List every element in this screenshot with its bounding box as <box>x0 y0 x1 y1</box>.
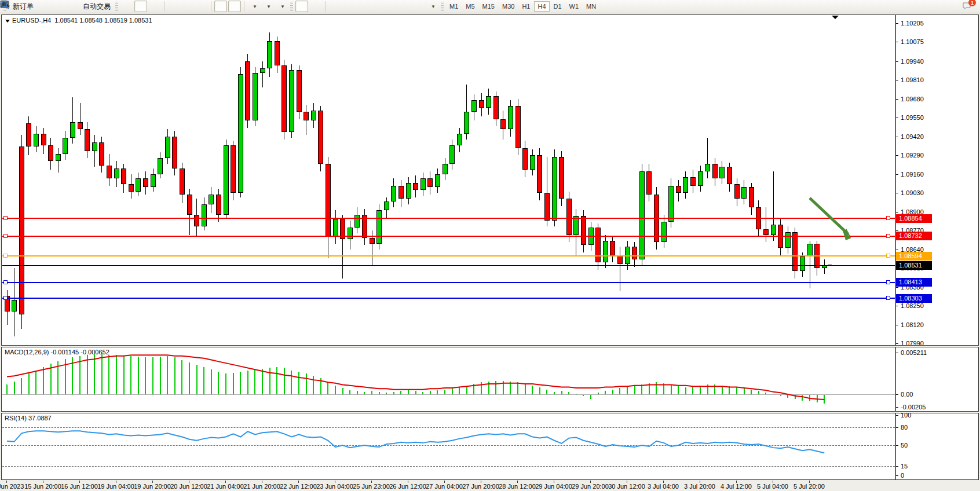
crosshair-button[interactable] <box>309 1 322 12</box>
main-toolbar: 新订单 自动交易 <box>0 0 980 13</box>
macd-tick-label: 0.00 <box>901 391 913 398</box>
price-tick <box>896 42 898 42</box>
rsi-tick-label: 80 <box>901 424 908 431</box>
indicators-button[interactable]: ▼ <box>247 1 260 12</box>
price-tick-label: 1.09030 <box>901 189 924 196</box>
price-tick-label: 1.09680 <box>901 96 924 102</box>
macd-axis[interactable]: 0.0052110.00-0.00205 <box>895 347 978 411</box>
toolbar-grip[interactable] <box>115 2 118 11</box>
rsi-label: RSI(14) 37.0887 <box>5 415 52 422</box>
rsi-tick <box>896 415 898 416</box>
price-axis[interactable]: 1.102051.100751.099401.098101.096801.095… <box>895 15 978 345</box>
price-tick <box>896 287 898 288</box>
candlestick-plot-area[interactable] <box>2 15 895 345</box>
new-order-label: 新订单 <box>13 2 34 12</box>
rsi-tick-label: 50 <box>901 442 908 449</box>
rsi-plot-area[interactable] <box>2 413 895 479</box>
line-price-badge: 1.08303 <box>896 294 932 303</box>
timeframe-m1-button[interactable]: M1 <box>446 1 462 12</box>
rsi-tick-label: 0 <box>901 472 904 479</box>
toolbar-separator <box>244 1 244 12</box>
line-price-badge: 1.08594 <box>896 252 932 261</box>
toolbar-grip[interactable] <box>441 2 444 11</box>
cursor-button[interactable] <box>295 1 308 12</box>
tile-windows-button[interactable] <box>195 1 208 12</box>
timeframe-w1-button[interactable]: W1 <box>566 1 583 12</box>
rsi-line <box>2 413 895 479</box>
notification-count-badge: 1 <box>968 0 976 6</box>
price-tick <box>896 23 898 24</box>
trend-arrow-annotation[interactable] <box>2 15 895 345</box>
fibonacci-button[interactable]: F <box>384 1 397 12</box>
rsi-tick-label: 15 <box>901 463 908 470</box>
macd-signal-line <box>2 347 895 411</box>
price-tick-label: 1.09290 <box>901 152 924 159</box>
line-price-badge: 1.08732 <box>896 232 932 240</box>
price-tick <box>896 193 898 193</box>
templates-button[interactable]: ▼ <box>275 1 288 12</box>
auto-scroll-button[interactable] <box>214 1 227 12</box>
price-tick <box>896 325 898 325</box>
symbol-dropdown-icon[interactable] <box>5 20 10 23</box>
timeframe-m5-button[interactable]: M5 <box>462 1 478 12</box>
macd-tick <box>896 394 898 395</box>
price-tick <box>896 174 898 175</box>
toolbar-separator <box>325 1 326 12</box>
rsi-axis[interactable]: 1008050150 <box>895 413 978 479</box>
vertical-line-button[interactable] <box>328 1 341 12</box>
price-tick-label: 1.08250 <box>901 302 924 309</box>
timeframe-h1-button[interactable]: H1 <box>518 1 533 12</box>
periods-button[interactable]: ▼ <box>261 1 274 12</box>
chart-line-button[interactable] <box>148 1 161 12</box>
price-tick-label: 1.09160 <box>901 171 924 178</box>
toolbar-separator <box>164 1 164 12</box>
price-tick <box>896 137 898 137</box>
navigator-button[interactable] <box>51 1 64 12</box>
date-axis[interactable]: 15 Jun 202315 Jun 20:0016 Jun 12:0019 Ju… <box>2 481 894 490</box>
macd-label: MACD(12,26,9) -0.001145 -0.000652 <box>5 349 109 356</box>
dropdown-caret-icon: ▼ <box>266 4 271 9</box>
price-tick <box>896 99 898 100</box>
dropdown-caret-icon: ▼ <box>280 4 285 9</box>
chart-candles-button[interactable] <box>134 1 147 12</box>
chart-bars-button[interactable] <box>120 1 133 12</box>
rsi-value: 37.0887 <box>28 415 52 422</box>
macd-plot-area[interactable] <box>2 347 895 411</box>
horizontal-line-button[interactable] <box>342 1 355 12</box>
price-tick <box>896 250 898 250</box>
toolbar-grip[interactable] <box>290 2 293 11</box>
timeframe-d1-button[interactable]: D1 <box>550 1 565 12</box>
macd-tick-label: -0.00205 <box>901 404 926 411</box>
zoom-out-button[interactable] <box>181 1 194 12</box>
arrows-button[interactable]: ▼ <box>426 1 438 12</box>
auto-trading-button[interactable]: 自动交易 <box>79 1 113 12</box>
data-feed-button[interactable] <box>65 1 78 12</box>
timeframe-h4-button[interactable]: H4 <box>534 1 549 12</box>
equidistant-channel-button[interactable]: E <box>370 1 383 12</box>
price-tick <box>896 212 898 212</box>
zoom-in-button[interactable] <box>167 1 180 12</box>
rsi-tick <box>896 427 898 428</box>
price-tick-label: 1.09420 <box>901 133 924 140</box>
price-tick <box>896 306 898 306</box>
text-label-button[interactable]: T <box>412 1 425 12</box>
trendline-button[interactable] <box>356 1 369 12</box>
timeframe-m30-button[interactable]: M30 <box>499 1 518 12</box>
price-tick-label: 1.08120 <box>901 321 924 328</box>
price-tick-label: 1.10205 <box>901 20 924 27</box>
text-button[interactable]: A <box>398 1 411 12</box>
search-button[interactable] <box>948 1 960 12</box>
rsi-panel[interactable]: RSI(14) 37.0887 1008050150 <box>1 413 979 480</box>
notifications-button[interactable]: 1 <box>961 1 974 12</box>
price-tick <box>896 61 898 62</box>
rsi-tick-label: 100 <box>901 413 911 419</box>
price-chart-panel[interactable]: EURUSD-,H4 1.08541 1.08548 1.08519 1.085… <box>1 14 979 346</box>
line-price-badge: 1.08413 <box>896 278 932 287</box>
timeframe-mn-button[interactable]: MN <box>583 1 599 12</box>
new-order-button[interactable]: 新订单 <box>9 1 36 12</box>
market-watch-button[interactable] <box>37 1 50 12</box>
macd-panel[interactable]: MACD(12,26,9) -0.001145 -0.000652 0.0052… <box>1 347 979 412</box>
timeframe-m15-button[interactable]: M15 <box>479 1 498 12</box>
chart-shift-button[interactable] <box>228 1 241 12</box>
price-tick-label: 1.07990 <box>901 340 924 345</box>
